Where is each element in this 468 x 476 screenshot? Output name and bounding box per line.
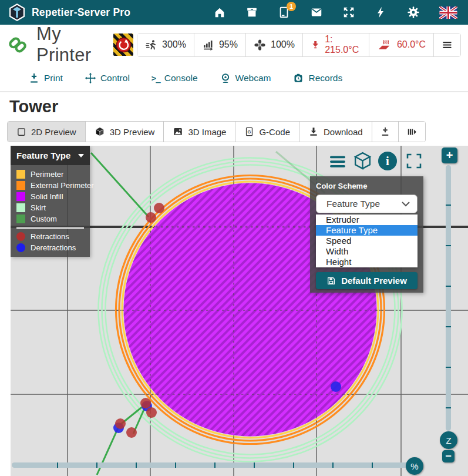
repetier-server-page: Repetier-Server Pro 1 [0,0,468,476]
tab-webcam[interactable]: Webcam [220,72,271,84]
speed-multiplier-button[interactable]: 300% [137,33,194,56]
show-3d-cube-icon[interactable] [353,152,372,172]
option-speed[interactable]: Speed [316,236,418,246]
legend-divider [16,227,84,229]
preview-canvas-area: Feature Type Perimeter External Perimete… [11,146,468,476]
progress-slider-horizontal[interactable] [12,462,418,468]
solid-infill-swatch [16,192,25,201]
gcode-file-icon: G [244,126,254,137]
flow-icon [202,39,214,51]
printer-status-bar: 300% 95% 100% 1: 215.0°C [137,33,461,57]
layer-slider-vertical[interactable] [446,165,451,431]
chevron-down-icon [402,202,410,207]
feature-legend-panel: Feature Type Perimeter External Perimete… [11,146,90,257]
settings-gear-icon[interactable] [407,6,420,19]
legend-item: Retractions [11,231,90,242]
notification-badge: 1 [287,2,296,11]
preview-mode-buttons: 2D Preview 3D Preview 3D Image G G-Code [7,121,426,142]
reprint-button[interactable] [372,122,399,142]
fan-speed-button[interactable]: 100% [246,33,303,56]
messages-icon[interactable] [310,6,323,19]
app-title: Repetier-Server Pro [32,6,130,19]
info-icon[interactable]: i [378,152,397,170]
tab-records-label: Records [308,73,342,83]
fan-icon [254,39,266,51]
job-title: Tower [9,97,468,116]
zoom-out-button[interactable]: − [442,450,454,462]
legend-header[interactable]: Feature Type [11,146,90,165]
option-feature-type[interactable]: Feature Type [316,225,418,236]
legend-item: Perimeter [11,169,90,180]
deretractions-swatch [16,243,25,252]
perimeter-swatch [16,170,25,179]
color-scheme-panel: Color Scheme Feature Type Extruder Featu… [310,176,423,293]
console-icon: >_ [151,73,160,83]
fullscreen-icon[interactable] [406,153,422,172]
view-3d-image-button[interactable]: 3D Image [164,122,235,142]
option-width[interactable]: Width [316,246,418,257]
image-icon [173,126,183,137]
emergency-stop-button[interactable] [113,33,133,56]
default-preview-button[interactable]: Default Preview [316,272,418,289]
records-icon [292,72,304,84]
external-perimeter-swatch [16,181,25,190]
language-flag-icon[interactable] [439,6,457,19]
printer-section-tabs: Print Control >_ Console Webcam Records [0,65,468,92]
option-height[interactable]: Height [316,257,418,267]
color-scheme-options: Extruder Feature Type Speed Width Height [316,214,418,267]
save-icon [326,276,336,286]
nozzle-print-icon [380,126,390,137]
print-icon [28,72,40,84]
svg-text:G: G [248,129,251,135]
printer-header: My Printer 300% [0,25,468,65]
view-3d-preview-button[interactable]: 3D Preview [86,122,164,142]
tab-control-label: Control [100,73,130,83]
preview-menu-icon[interactable] [329,155,346,172]
printer-menu-button[interactable] [434,33,460,56]
tab-records[interactable]: Records [292,72,342,84]
zoom-in-button[interactable]: + [442,148,457,163]
tab-webcam-label: Webcam [235,73,271,83]
hamburger-icon [442,39,453,51]
speed-icon [145,39,157,51]
legend-body: Perimeter External Perimeter Solid Infil… [11,165,90,253]
option-extruder[interactable]: Extruder [316,214,418,225]
download-button[interactable]: Download [299,122,372,142]
view-2d-preview-button[interactable]: 2D Preview [8,122,86,142]
tab-console[interactable]: >_ Console [151,73,198,83]
columns-play-icon [406,127,418,137]
speed-value: 300% [162,39,186,50]
flow-multiplier-button[interactable]: 95% [194,33,246,56]
bed-temp-value: 60.0°C [397,39,426,50]
power-actions-icon[interactable] [375,6,388,19]
z-mode-button[interactable]: Z [440,431,457,449]
legend-item: Skirt [11,202,90,213]
view-gcode-button[interactable]: G G-Code [235,122,299,142]
extruder-temp-button[interactable]: 1: 215.0°C [303,33,369,56]
home-icon[interactable] [213,6,226,19]
navbar-icon-group: 1 [213,6,460,19]
square-2d-icon [16,127,26,137]
color-scheme-select[interactable]: Feature Type [316,195,418,213]
color-scheme-label: Color Scheme [316,182,418,190]
webcam-icon [220,72,231,84]
layer-range-button[interactable] [399,122,425,142]
expand-arrows-icon[interactable] [342,6,355,19]
archive-box-icon[interactable] [245,6,258,19]
printer-name: My Printer [36,24,103,66]
tab-print[interactable]: Print [28,72,63,84]
bed-temp-button[interactable]: 60.0°C [369,33,434,56]
heated-bed-icon [377,38,392,51]
tab-console-label: Console [164,73,198,83]
tab-control[interactable]: Control [85,72,130,84]
retractions-swatch [16,232,25,241]
legend-title: Feature Type [16,150,70,160]
tab-print-label: Print [44,73,63,83]
top-navbar: Repetier-Server Pro 1 [0,0,468,25]
print-queue-icon[interactable]: 1 [278,6,291,19]
percent-mode-button[interactable]: % [406,457,423,475]
fan-value: 100% [271,39,295,50]
cube-3d-icon [95,126,105,137]
extruder-temp-icon [311,39,320,51]
custom-swatch [16,214,25,223]
